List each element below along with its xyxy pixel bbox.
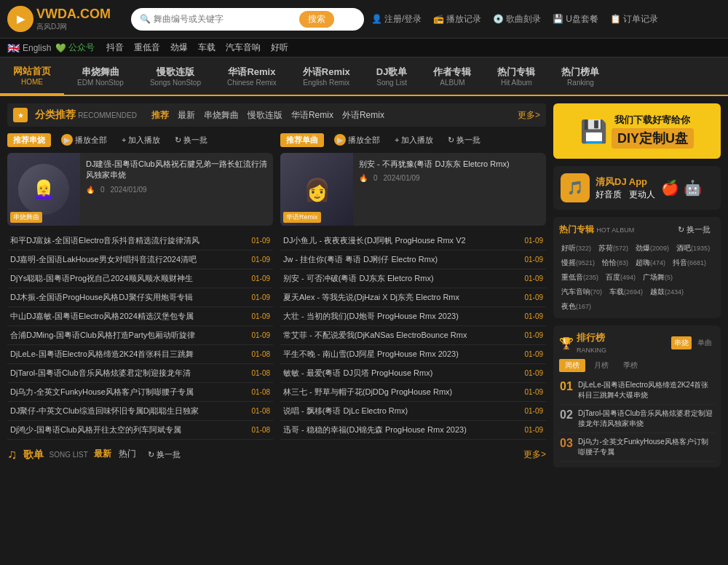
hot-tag-suhe[interactable]: 苏荷(572) [596, 242, 630, 254]
list-item[interactable]: 大壮 - 当初的我们(DJ炮哥 ProgHouse Rmx 2023) 01-0… [280, 307, 546, 326]
hot-tag-chaohai[interactable]: 超嗨(474) [633, 257, 668, 269]
hot-tag-jinbao[interactable]: 劲爆(2009) [633, 242, 671, 254]
tag-car-audio[interactable]: 汽车音响 [226, 42, 261, 54]
language-switcher[interactable]: 🇬🇧 English [7, 42, 51, 54]
featured-serial-card[interactable]: 👱‍♀️ 串烧舞曲 DJ建强-国粤语Club风格祝石腱兄弟一路长虹流行清风独家串… [7, 153, 273, 226]
tab-foreign-remix[interactable]: 外语Remix [342, 109, 384, 122]
usb-banner[interactable]: 💾 我们下载好寄给你 DIY定制U盘 [553, 103, 721, 159]
list-item[interactable]: Dj乌力-全英文FunkyHouse风格客户订制嘭腰子专属 01-08 [7, 383, 273, 402]
period-tab-week[interactable]: 周榜 [559, 359, 585, 372]
recommend-more-link[interactable]: 更多> [518, 109, 540, 122]
nav-ranking[interactable]: 热门榜单 Ranking [548, 58, 612, 94]
list-item[interactable]: 常艾菲 - 不配说爱我(DjKaNSas ElectroBounce Rmx 0… [280, 326, 546, 345]
list-item[interactable]: DjYs聪聪-国粤语Prog祝自己2024顺风顺水顺财神生 01-09 [7, 269, 273, 288]
list-item[interactable]: Dj鸿少-国粤语Club风格开往太空的列车阿斌专属 01-08 [7, 421, 273, 440]
search-button[interactable]: 搜索 [299, 11, 334, 28]
tab-serial[interactable]: 串烧舞曲 [204, 109, 239, 122]
list-item[interactable]: Jw - 挂住你(粤语 粤语 DJ刚仔 Electro Rmx) 01-09 [280, 250, 546, 269]
period-tab-season[interactable]: 季榜 [617, 359, 644, 372]
hot-tag-jiuba[interactable]: 酒吧(1935) [674, 242, 712, 254]
wechat-link[interactable]: 💚 公众号 [55, 42, 95, 54]
list-item[interactable]: 迅哥 - 稳稳的幸福(DJ锦先森 ProgHouse Rmx 2023) 01-… [280, 421, 546, 440]
nav-chinese-remix[interactable]: 华语Remix Chinese Remix [214, 58, 290, 94]
list-item[interactable]: 别安 - 可否冲破(粤语 DJ东东 Eletcro Rmx) 01-09 [280, 269, 546, 288]
tag-douyin[interactable]: 抖音 [106, 42, 124, 54]
tag-nice[interactable]: 好听 [271, 42, 288, 54]
tab-chinese-remix[interactable]: 华语Remix [291, 109, 333, 122]
bottom-tab-latest[interactable]: 最新 [94, 448, 111, 462]
rank-item-1[interactable]: 01 DjLeLe-国粤语Electro风格缔造2K24首张科目三跳舞4大碟串烧 [559, 376, 715, 405]
hot-tag-douyin[interactable]: 抖音(6681) [670, 257, 708, 269]
list-item[interactable]: 和平DJ富妹-全国语Electro音乐抖音精选流行旋律清风 01-09 [7, 232, 273, 250]
list-item[interactable]: DJ木振-全国语ProgHouse风格DJ聚仔实用炮哥专辑 01-09 [7, 288, 273, 307]
add-playlist-single-btn[interactable]: + 加入播放 [390, 133, 438, 147]
nav-hot-album[interactable]: 热门专辑 Hit Album [484, 58, 548, 94]
tag-energetic[interactable]: 劲爆 [170, 42, 188, 54]
burn-link[interactable]: 💿 歌曲刻录 [493, 13, 541, 25]
hot-album-change-btn[interactable]: ↻ 换一批 [673, 223, 715, 237]
ranking-tab-single[interactable]: 单曲 [695, 336, 715, 349]
apple-store-icon[interactable]: 🍎 [661, 179, 679, 197]
hot-tag-car-audio[interactable]: 汽车音响(70) [559, 286, 604, 298]
tab-latest[interactable]: 最新 [178, 109, 195, 122]
list-item[interactable]: 夏天Alex - 等我先说(DjHzai X Dj东亮 Electro Rmx … [280, 288, 546, 307]
list-item[interactable]: 平生不晚 - 南山雪(DJ阿星 ProgHouse Rmx 2023) 01-0… [280, 345, 546, 364]
add-playlist-serial-btn[interactable]: + 加入播放 [117, 133, 165, 147]
song-title: 别安 - 可否冲破(粤语 DJ东东 Eletcro Rmx) [283, 273, 520, 284]
rank-item-2[interactable]: 02 DjTarol-国粤语Club音乐风格炫婆君定制迎接龙年清风独家串烧 [559, 405, 715, 433]
song-title: 和平DJ富妹-全国语Electro音乐抖音精选流行旋律清风 [10, 235, 247, 246]
hot-tag-baidu[interactable]: 百度(494) [604, 272, 638, 283]
hot-tag-car[interactable]: 车载(2694) [607, 286, 645, 298]
song-title: 常艾菲 - 不配说爱我(DjKaNSas ElectroBounce Rmx [283, 330, 520, 341]
list-item[interactable]: 敏敏 - 最爱(粤语 DJ贝塔 ProgHouse Rmx) 01-09 [280, 364, 546, 383]
tab-recommend[interactable]: 推荐 [151, 109, 169, 122]
login-link[interactable]: 👤 注册/登录 [371, 13, 422, 25]
nav-hot-album-label: 热门专辑 [497, 66, 535, 79]
list-item[interactable]: DJ聚仔-中英文Club综造回味怀旧专属Dj聪聪生日独家 01-08 [7, 402, 273, 421]
hot-tag-manyao[interactable]: 慢摇(9521) [559, 257, 597, 269]
song-title: Jw - 挂住你(粤语 粤语 DJ刚仔 Electro Rmx) [283, 254, 520, 265]
change-batch-single-btn[interactable]: ↻ 换一批 [443, 133, 485, 147]
ranking-tab-serial[interactable]: 串烧 [671, 336, 692, 349]
rank-item-3[interactable]: 03 Dj乌力-全英文FunkyHouse风格客户订制嘭腰子专属 [559, 433, 715, 462]
play-history-link[interactable]: 📻 播放记录 [433, 13, 481, 25]
nav-home[interactable]: 网站首页 HOME [0, 58, 64, 95]
hot-tag-qiaqia[interactable]: 恰恰(83) [600, 257, 630, 269]
search-input[interactable] [154, 14, 299, 24]
bottom-more-link[interactable]: 更多> [523, 449, 546, 461]
change-batch-serial-btn[interactable]: ↻ 换一批 [170, 133, 212, 147]
tag-bass[interactable]: 重低音 [134, 42, 160, 54]
list-item[interactable]: DJ嘉明-全国语LakHouse男女对唱抖音流行2024清吧 01-09 [7, 250, 273, 269]
bottom-change-btn[interactable]: ↻ 换一批 [143, 448, 185, 462]
play-all-single-btn[interactable]: ▶ 播放全部 [330, 133, 384, 147]
nav-slow[interactable]: 慢歌连版 Songs NonStop [137, 58, 214, 94]
list-item[interactable]: 合浦DJMing-国粤语Club风格打造Party包厢动听旋律 01-09 [7, 326, 273, 345]
nav-serial-label: 串烧舞曲 [77, 66, 124, 79]
featured-single-card[interactable]: 👩 华语Remix 别安 - 不再犹豫(粤语 DJ东东 Eletcro Rmx)… [280, 153, 546, 226]
rank-num-2: 02 [559, 408, 574, 422]
tag-car[interactable]: 车载 [198, 42, 215, 54]
android-store-icon[interactable]: 🤖 [684, 179, 702, 197]
nav-foreign-remix-label: 外语Remix [303, 66, 350, 79]
play-all-serial-btn[interactable]: ▶ 播放全部 [57, 133, 111, 147]
hot-tag-bass[interactable]: 重低音(235) [559, 272, 601, 283]
period-tab-month[interactable]: 月榜 [588, 359, 614, 372]
hot-tag-yuegu[interactable]: 越鼓(2434) [648, 286, 686, 298]
list-item[interactable]: 说唱 - 飘移(粤语 DjLc Electro Rmx) 01-09 [280, 402, 546, 421]
nav-serial[interactable]: 串烧舞曲 EDM NonStop [64, 58, 137, 94]
nav-author-album[interactable]: 作者专辑 ALBUM [420, 58, 484, 94]
list-item[interactable]: DjLeLe-国粤语Electro风格缔造2K24首张科目三跳舞 01-08 [7, 345, 273, 364]
hot-tag-yese[interactable]: 夜色(167) [559, 301, 593, 312]
usb-link[interactable]: 💾 U盘套餐 [553, 13, 598, 25]
nav-song-list[interactable]: DJ歌单 Song List [363, 58, 421, 94]
order-link[interactable]: 📋 订单记录 [610, 13, 658, 25]
bottom-tab-hot[interactable]: 热门 [119, 448, 136, 462]
list-item[interactable]: 中山DJ嘉敏-国粤语Electro风格2024精选汉堡包专属 01-09 [7, 307, 273, 326]
hot-tag-square[interactable]: 广场舞(5) [641, 272, 675, 283]
list-item[interactable]: 林三七 - 野草与帽子花(DjDDg ProgHouse Rmx) 01-09 [280, 383, 546, 402]
hot-tag-haotin[interactable]: 好听(322) [559, 242, 593, 254]
tab-slow[interactable]: 慢歌连版 [248, 109, 282, 122]
list-item[interactable]: DJ小鱼儿 - 夜夜夜漫长(DJ阿帆 ProgHouse Rmx V2 01-0… [280, 232, 546, 250]
nav-foreign-remix[interactable]: 外语Remix English Remix [290, 58, 363, 94]
list-item[interactable]: DjTarol-国粤语Club音乐风格炫婆君定制迎接龙年清 01-08 [7, 364, 273, 383]
